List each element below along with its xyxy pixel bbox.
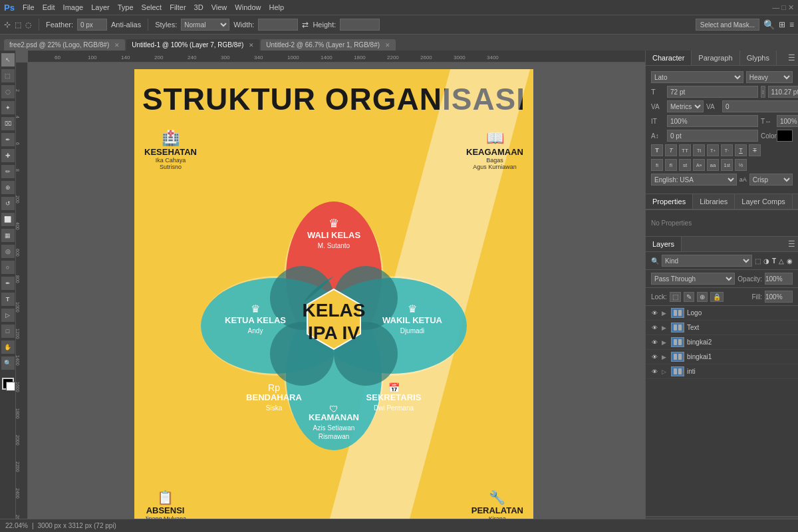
small-caps-btn[interactable]: Tt — [693, 144, 705, 156]
layer-logo[interactable]: 👁 ▶ Logo — [646, 306, 798, 321]
smart-filter-icon[interactable]: ◉ — [787, 257, 793, 265]
character-tab[interactable]: Character — [646, 51, 692, 65]
magic-wand-tool[interactable]: ✦ — [1, 101, 15, 114]
layer-visibility-bingkai1[interactable]: 👁 — [650, 352, 659, 362]
glyphs-tab[interactable]: Glyphs — [740, 51, 777, 65]
language-select[interactable]: English: USA — [651, 174, 737, 186]
dodge-tool[interactable]: ○ — [1, 261, 15, 274]
tab-close-0[interactable]: ✕ — [114, 42, 120, 49]
history-brush[interactable]: ↺ — [1, 197, 15, 210]
move-tool-icon[interactable]: ⊹ — [4, 20, 11, 29]
layer-visibility-logo[interactable]: 👁 — [650, 309, 659, 318]
layer-expand-text[interactable]: ▶ — [662, 325, 668, 331]
menu-select[interactable]: Select — [142, 3, 162, 11]
swap-icon[interactable]: ⇄ — [302, 20, 309, 29]
move-tool[interactable]: ↖ — [1, 53, 15, 66]
lasso-tool-icon[interactable]: ◌ — [25, 21, 32, 29]
layer-text[interactable]: 👁 ▶ Text — [646, 321, 798, 335]
eraser-tool[interactable]: ⬜ — [1, 213, 15, 226]
liga-btn[interactable]: fi — [651, 159, 663, 171]
path-select-tool[interactable]: ▷ — [1, 309, 15, 322]
font-size-input[interactable] — [667, 86, 758, 98]
filter-type-select[interactable]: Kind Name — [662, 255, 752, 267]
underline-btn[interactable]: T — [735, 144, 747, 156]
layer-bingkai1[interactable]: 👁 ▶ bingkai1 — [646, 350, 798, 364]
menu-file[interactable]: File — [23, 3, 35, 11]
baseline-input[interactable] — [667, 130, 758, 142]
menu-layer[interactable]: Layer — [91, 3, 110, 11]
layers-tab[interactable]: Layers — [646, 237, 682, 251]
eyedropper-tool[interactable]: ✒ — [1, 133, 15, 146]
lock-pixels-icon[interactable]: ⬚ — [670, 292, 681, 302]
lock-artboards-icon[interactable]: ⊕ — [697, 292, 708, 302]
menu-help[interactable]: Help — [269, 3, 284, 11]
fill-input[interactable] — [765, 291, 793, 303]
color-picker[interactable] — [777, 130, 793, 142]
foreground-color[interactable] — [2, 378, 14, 390]
layer-expand-bingkai2[interactable]: ▶ — [662, 339, 668, 346]
layer-visibility-inti[interactable]: 👁 — [650, 367, 659, 376]
background-color[interactable] — [6, 382, 15, 391]
layer-expand-logo[interactable]: ▶ — [662, 310, 668, 317]
italic-btn[interactable]: T — [665, 144, 677, 156]
shape-filter-icon[interactable]: △ — [779, 257, 784, 265]
strikethrough-btn[interactable]: T — [749, 144, 761, 156]
rect-select-tool[interactable]: ⬚ — [1, 69, 15, 82]
zoom-tool[interactable]: 🔍 — [1, 356, 15, 370]
crop-tool[interactable]: ⌧ — [1, 117, 15, 130]
layer-expand-bingkai1[interactable]: ▶ — [662, 354, 668, 360]
layer-bingkai2[interactable]: 👁 ▶ bingkai2 — [646, 335, 798, 350]
menu-view[interactable]: View — [211, 3, 227, 11]
blend-mode-select[interactable]: Pass Through Normal Multiply — [651, 273, 735, 285]
paragraph-tab[interactable]: Paragraph — [692, 51, 739, 65]
lasso-tool[interactable]: ◌ — [1, 85, 15, 98]
healing-tool[interactable]: ✚ — [1, 149, 15, 162]
more-icon[interactable]: ≡ — [789, 20, 794, 29]
menu-window[interactable]: Window — [235, 3, 261, 11]
pixel-filter-icon[interactable]: ⬚ — [755, 257, 761, 265]
leading-input[interactable] — [768, 86, 799, 98]
height-input[interactable] — [340, 19, 380, 31]
liga2-btn[interactable]: fI — [665, 159, 677, 171]
pen-tool[interactable]: ✒ — [1, 277, 15, 290]
layer-visibility-bingkai2[interactable]: 👁 — [650, 338, 659, 347]
menu-3d[interactable]: 3D — [194, 3, 203, 11]
lock-position-icon[interactable]: ✎ — [684, 292, 694, 302]
superscript-btn[interactable]: T+ — [707, 144, 719, 156]
properties-tab[interactable]: Properties — [646, 194, 693, 209]
menu-type[interactable]: Type — [118, 3, 134, 11]
tab-close-2[interactable]: ✕ — [385, 42, 390, 49]
adjustment-filter-icon[interactable]: ◑ — [763, 257, 769, 265]
layers-panel-menu-icon[interactable]: ☰ — [788, 239, 795, 249]
menu-image[interactable]: Image — [63, 3, 84, 11]
blur-tool[interactable]: ◎ — [1, 245, 15, 258]
bold-btn[interactable]: T — [651, 144, 663, 156]
hand-tool[interactable]: ✋ — [1, 340, 15, 354]
layer-inti[interactable]: 👁 ▷ inti — [646, 364, 798, 379]
width-input[interactable] — [258, 19, 298, 31]
menu-filter[interactable]: Filter — [170, 3, 186, 11]
anti-alias-select[interactable]: Crisp None Sharp Strong Smooth — [749, 174, 793, 186]
ord-btn[interactable]: 1st — [721, 159, 733, 171]
layer-comps-tab[interactable]: Layer Comps — [735, 194, 792, 209]
scale-h-input[interactable] — [777, 115, 798, 127]
menu-edit[interactable]: Edit — [43, 3, 55, 11]
tab-untitled2[interactable]: Untitled-2 @ 66.7% (Layer 1, RGB/8#) ✕ — [261, 39, 396, 51]
layer-visibility-text[interactable]: 👁 — [650, 323, 659, 332]
feather-input[interactable] — [77, 19, 107, 31]
superscript2-btn[interactable]: Aa — [693, 159, 705, 171]
tab-free2[interactable]: free2.psd @ 22% (Logo, RGB/8#) ✕ — [4, 39, 125, 51]
all-caps-btn[interactable]: TT — [679, 144, 691, 156]
subscript-btn[interactable]: T- — [721, 144, 733, 156]
gradient-tool[interactable]: ▦ — [1, 229, 15, 242]
font-family-select[interactable]: Lato — [651, 71, 743, 83]
search-icon[interactable]: 🔍 — [763, 19, 775, 30]
tab-close-1[interactable]: ✕ — [249, 42, 254, 49]
frac-btn[interactable]: ½ — [735, 159, 747, 171]
lock-all-icon[interactable]: 🔒 — [710, 292, 724, 302]
workspace-icon[interactable]: ⊞ — [779, 20, 785, 29]
scale-v-input[interactable] — [667, 115, 758, 127]
tracking-input[interactable] — [722, 100, 798, 112]
ordinal-btn[interactable]: st — [679, 159, 691, 171]
brush-tool[interactable]: ✏ — [1, 165, 15, 178]
